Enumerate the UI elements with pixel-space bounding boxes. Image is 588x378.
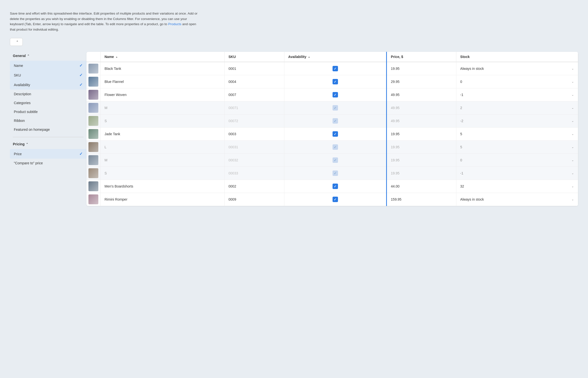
sidebar-item-ribbon[interactable]: Ribbon xyxy=(10,116,86,125)
availability-checkbox[interactable]: ✓ xyxy=(333,131,338,137)
availability-cell[interactable]: ✓ xyxy=(284,88,386,101)
stock-cell[interactable]: -2⌄ xyxy=(456,114,578,128)
stock-dropdown-icon[interactable]: ⌄ xyxy=(571,119,574,123)
product-name-cell[interactable]: M xyxy=(101,101,225,114)
availability-checkbox[interactable]: ✓ xyxy=(333,79,338,84)
sku-cell[interactable]: 00072 xyxy=(224,114,284,128)
sidebar-item-compare-to-price[interactable]: "Compare to" price xyxy=(10,159,86,168)
sku-cell[interactable]: 0003 xyxy=(224,128,284,141)
availability-checkbox[interactable]: ✓ xyxy=(333,105,338,111)
th-availability[interactable]: Availability▲ xyxy=(284,52,386,62)
stock-cell[interactable]: 32⌄ xyxy=(456,180,578,193)
columns-button[interactable]: ⌃ xyxy=(10,38,23,46)
availability-cell[interactable]: ✓ xyxy=(284,75,386,88)
product-name-cell[interactable]: Rimini Romper xyxy=(101,193,225,206)
availability-cell[interactable]: ✓ xyxy=(284,180,386,193)
product-name-cell[interactable]: L xyxy=(101,141,225,154)
sku-cell[interactable]: 0009 xyxy=(224,193,284,206)
stock-cell[interactable]: -1⌄ xyxy=(456,167,578,180)
availability-checkbox[interactable]: ✓ xyxy=(333,197,338,202)
stock-dropdown-icon[interactable]: ⌄ xyxy=(571,145,574,149)
stock-dropdown-icon[interactable]: ⌄ xyxy=(571,106,574,110)
sidebar-item-featured-on-homepage[interactable]: Featured on homepage xyxy=(10,125,86,134)
availability-cell[interactable]: ✓ xyxy=(284,167,386,180)
availability-checkbox[interactable]: ✓ xyxy=(333,157,338,163)
sidebar-item-name[interactable]: Name✓ xyxy=(10,61,86,70)
availability-cell[interactable]: ✓ xyxy=(284,141,386,154)
availability-checkbox[interactable]: ✓ xyxy=(333,66,338,71)
sidebar-item-price[interactable]: Price✓ xyxy=(10,149,86,159)
sidebar-item-categories[interactable]: Categories xyxy=(10,98,86,107)
product-name-cell[interactable]: M xyxy=(101,154,225,167)
price-cell[interactable]: 44.00 xyxy=(387,180,456,193)
price-value: 19.95 xyxy=(391,171,399,175)
price-cell[interactable]: 19.95 xyxy=(387,154,456,167)
th-name[interactable]: Name▲ xyxy=(101,52,225,62)
stock-value: 5 xyxy=(460,145,462,149)
availability-checkbox[interactable]: ✓ xyxy=(333,184,338,189)
stock-cell[interactable]: 0⌄ xyxy=(456,75,578,88)
stock-dropdown-icon[interactable]: ⌄ xyxy=(571,93,574,96)
product-name-cell[interactable]: S xyxy=(101,114,225,128)
sku-cell[interactable]: 0001 xyxy=(224,62,284,75)
price-cell[interactable]: 159.95 xyxy=(387,193,456,206)
stock-cell[interactable]: Always in stock⌄ xyxy=(456,193,578,206)
stock-dropdown-icon[interactable]: ⌄ xyxy=(571,67,574,70)
stock-cell[interactable]: 2⌄ xyxy=(456,101,578,114)
price-cell[interactable]: 19.95 xyxy=(387,128,456,141)
sku-cell[interactable]: 0007 xyxy=(224,88,284,101)
availability-checkbox[interactable]: ✓ xyxy=(333,170,338,176)
stock-dropdown-icon[interactable]: ⌄ xyxy=(571,198,574,201)
price-cell[interactable]: 49.95 xyxy=(387,101,456,114)
sidebar-item-product-subtitle[interactable]: Product subtitle xyxy=(10,107,86,116)
chevron-up-icon: ⌃ xyxy=(27,54,29,57)
table-row: Jade Tank0003✓19.955⌄ xyxy=(86,128,578,141)
availability-checkbox[interactable]: ✓ xyxy=(333,92,338,97)
product-name-cell[interactable]: Black Tank xyxy=(101,62,225,75)
sku-cell[interactable]: 00032 xyxy=(224,154,284,167)
product-name-cell[interactable]: Jade Tank xyxy=(101,128,225,141)
stock-cell[interactable]: Always in stock⌄ xyxy=(456,62,578,75)
sku-cell[interactable]: 0002 xyxy=(224,180,284,193)
availability-checkbox[interactable]: ✓ xyxy=(333,144,338,150)
products-link[interactable]: Products xyxy=(168,22,181,26)
sku-cell[interactable]: 0004 xyxy=(224,75,284,88)
sidebar-item-sku[interactable]: SKU✓ xyxy=(10,70,86,80)
stock-dropdown-icon[interactable]: ⌄ xyxy=(571,185,574,188)
price-cell[interactable]: 49.95 xyxy=(387,88,456,101)
checkmark-icon: ✓ xyxy=(79,73,83,77)
sku-cell[interactable]: 00031 xyxy=(224,141,284,154)
availability-cell[interactable]: ✓ xyxy=(284,128,386,141)
sort-icon-name: ▲ xyxy=(115,56,118,58)
sku-cell[interactable]: 00033 xyxy=(224,167,284,180)
availability-cell[interactable]: ✓ xyxy=(284,154,386,167)
stock-dropdown-icon[interactable]: ⌄ xyxy=(571,132,574,136)
product-name-cell[interactable]: Men's Boardshorts xyxy=(101,180,225,193)
stock-cell[interactable]: 5⌄ xyxy=(456,128,578,141)
price-cell[interactable]: 19.95 xyxy=(387,62,456,75)
price-cell[interactable]: 19.95 xyxy=(387,167,456,180)
product-name-cell[interactable]: Flower Woven xyxy=(101,88,225,101)
availability-cell[interactable]: ✓ xyxy=(284,101,386,114)
price-cell[interactable]: 49.95 xyxy=(387,114,456,128)
availability-cell[interactable]: ✓ xyxy=(284,193,386,206)
col-label-availability: Availability xyxy=(288,55,306,59)
price-cell[interactable]: 29.95 xyxy=(387,75,456,88)
sidebar-item-description[interactable]: Description xyxy=(10,90,86,98)
availability-checkbox[interactable]: ✓ xyxy=(333,118,338,124)
availability-cell[interactable]: ✓ xyxy=(284,114,386,128)
availability-cell[interactable]: ✓ xyxy=(284,62,386,75)
stock-dropdown-icon[interactable]: ⌄ xyxy=(571,80,574,83)
product-name-cell[interactable]: Blue Flannel xyxy=(101,75,225,88)
product-image xyxy=(88,194,98,204)
sku-cell[interactable]: 00071 xyxy=(224,101,284,114)
product-name-cell[interactable]: S xyxy=(101,167,225,180)
stock-dropdown-icon[interactable]: ⌄ xyxy=(571,171,574,175)
stock-dropdown-icon[interactable]: ⌄ xyxy=(571,158,574,162)
sidebar-item-availability[interactable]: Availability✓ xyxy=(10,80,86,90)
sidebar-item-label: Ribbon xyxy=(14,119,25,123)
stock-cell[interactable]: -1⌄ xyxy=(456,88,578,101)
price-cell[interactable]: 19.95 xyxy=(387,141,456,154)
stock-cell[interactable]: 5⌄ xyxy=(456,141,578,154)
stock-cell[interactable]: 0⌄ xyxy=(456,154,578,167)
